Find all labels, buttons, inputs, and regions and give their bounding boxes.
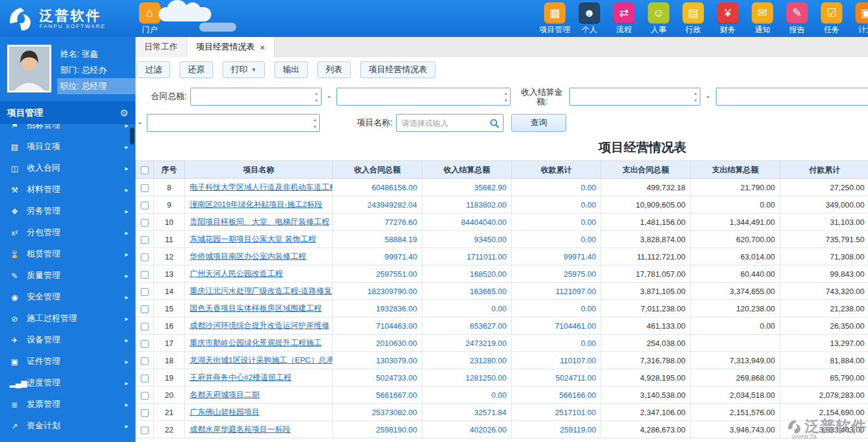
cloud-decoration (159, 7, 211, 21)
stepper-up-icon[interactable]: ▲ (503, 91, 508, 97)
stepper-up-icon[interactable]: ▲ (693, 91, 697, 97)
project-name-cell: 贵阳项目样板间、大堂、电梯厅装修工程 (185, 214, 333, 231)
project-name-link[interactable]: 重庆市鹅岭公园绿化景观提升工程施工 (190, 338, 322, 347)
nav-project-management[interactable]: ▦项目管理 (538, 2, 572, 35)
contract-total-max-input[interactable] (337, 88, 510, 105)
number-stepper[interactable]: ▲▼ (693, 91, 697, 104)
income-value: 2598190.00 (333, 421, 422, 438)
project-name-link[interactable]: 成都沙河环境综合提升改造运河护岸维修 (190, 321, 329, 330)
row-checkbox[interactable] (141, 375, 149, 382)
project-name-link[interactable]: 电子科技大学区域人行道及非机动车道工程 (190, 183, 333, 191)
brand-subtitle: FANPU SOFTWARE (39, 23, 106, 29)
row-checkbox[interactable] (141, 271, 149, 279)
sidebar-item-safety[interactable]: ◉安全管理▸ (0, 286, 135, 308)
table-row: 20名都天府城项目二期5661667.000.00566166.003,140,… (136, 387, 868, 404)
nav-personal[interactable]: ☻个人 (572, 2, 607, 35)
sidebar-item-equipment[interactable]: ✈设备管理▸ (0, 329, 135, 351)
sidebar-item-construction-process[interactable]: ⊘施工过程管理▸ (0, 308, 135, 329)
project-name-link[interactable]: 广州天河人民公园改造工程 (190, 269, 283, 278)
project-name-link[interactable]: 贵阳项目样板间、大堂、电梯厅装修工程 (190, 217, 329, 226)
sidebar-scrollbar-thumb[interactable] (130, 128, 134, 144)
tab-daily-work[interactable]: 日常工作 (135, 37, 187, 57)
project-name-link[interactable]: 东城花园一期项目公寓大堂 装饰工程 (190, 234, 316, 243)
project-name-link[interactable]: 广东佛山碧桂园项目 (190, 407, 260, 416)
sidebar-item-invoice[interactable]: ≣发票管理▸ (0, 394, 135, 415)
income-settlement-min-input[interactable] (570, 88, 700, 105)
project-name-link[interactable]: 名都天府城项目二期 (190, 390, 260, 399)
row-checkbox[interactable] (141, 236, 149, 244)
project-name-link[interactable]: 龙湖天街城1区设计采购施工（EPC）总承 (190, 356, 333, 364)
nav-task[interactable]: ☑任务 (814, 2, 849, 35)
sidebar-item-lease[interactable]: ⌛租赁管理▸ (0, 243, 135, 265)
row-checkbox[interactable] (141, 202, 149, 209)
sidebar-item-subcontract[interactable]: x²分包管理▸ (0, 222, 135, 243)
sidebar-item-cost[interactable]: ▦成本管理▸ (0, 437, 135, 442)
project-name-link[interactable]: 潼南区2019年绿化补贴项目-施工2标段 (190, 200, 322, 209)
nav-finance[interactable]: ¥财务 (711, 2, 745, 35)
row-checkbox[interactable] (141, 184, 149, 192)
project-name-link[interactable]: 王府井商务中心#2楼遗留工程 (190, 373, 291, 382)
project-name-input[interactable] (397, 115, 503, 131)
close-icon[interactable]: × (260, 43, 265, 52)
restore-button[interactable]: 还原 (180, 61, 213, 78)
row-checkbox[interactable] (141, 357, 149, 365)
sidebar-item-income-contract[interactable]: ◫收入合同▸ (0, 157, 135, 179)
nav-plan[interactable]: ▣计划 (849, 2, 868, 35)
gear-icon[interactable]: ⚙ (120, 107, 128, 119)
sidebar-item-certificate[interactable]: ▣证件管理▸ (0, 351, 135, 372)
range-max-field: ▲▼ (147, 114, 320, 132)
sidebar-item-progress[interactable]: ▂▄▆进度管理▸ (0, 372, 135, 394)
row-select-cell (136, 352, 154, 369)
row-checkbox[interactable] (141, 288, 149, 296)
row-checkbox[interactable] (141, 254, 149, 261)
sidebar-item-labor[interactable]: ❖劳务管理▸ (0, 200, 135, 222)
sidebar-item-material[interactable]: ⚒材料管理▸ (0, 179, 135, 200)
stepper-down-icon[interactable]: ▼ (503, 98, 508, 104)
list-button[interactable]: 列表 (317, 61, 351, 78)
search-icon[interactable] (490, 119, 499, 128)
nav-workflow[interactable]: ⇄流程 (607, 2, 641, 35)
stepper-down-icon[interactable]: ▼ (314, 98, 319, 104)
range-max-input[interactable] (147, 115, 319, 131)
project-name-link[interactable]: 华侨城项目南区办公室内装修工程 (190, 252, 306, 261)
row-checkbox[interactable] (141, 323, 149, 330)
export-button[interactable]: 输出 (274, 61, 308, 78)
print-button[interactable]: 打印▼ (223, 61, 265, 78)
tab-project-report[interactable]: 项目经营情况表× (187, 37, 274, 57)
query-button[interactable]: 查询 (511, 114, 566, 132)
project-name-link[interactable]: 成都水岸华庭名苑项目一标段 (190, 425, 291, 434)
nav-notification[interactable]: ✉通知 (745, 2, 780, 35)
sidebar-item-bidding[interactable]: ⚑招标管理▸ (0, 124, 135, 136)
income-settlement-max-input[interactable] (716, 88, 868, 105)
nav-hr[interactable]: ☺人事 (641, 2, 676, 35)
nav-report[interactable]: ✎报告 (780, 2, 814, 35)
report-name-button[interactable]: 项目经营情况表 (360, 61, 435, 78)
stepper-down-icon[interactable]: ▼ (693, 98, 697, 104)
row-checkbox[interactable] (141, 305, 149, 313)
filter-button[interactable]: 过滤 (137, 61, 170, 78)
sidebar-item-fund-plan[interactable]: ↗资金计划▸ (0, 415, 135, 437)
stepper-up-icon[interactable]: ▲ (314, 91, 319, 97)
contract-total-min-input[interactable] (191, 88, 321, 105)
row-checkbox[interactable] (141, 426, 149, 434)
row-checkbox[interactable] (141, 219, 149, 227)
number-stepper[interactable]: ▲▼ (313, 117, 317, 130)
project-name-cell: 广东佛山碧桂园项目 (185, 404, 333, 421)
nav-administration[interactable]: ▤行政 (676, 2, 711, 35)
project-name-link[interactable]: 重庆江北污水处理厂级改造工程-道路修复 (190, 286, 332, 295)
nav-label: 项目管理 (538, 24, 572, 35)
sidebar-item-project-initiation[interactable]: ▤项目立项▸ (0, 136, 135, 157)
number-stepper[interactable]: ▲▼ (314, 91, 319, 104)
project-name-link[interactable]: 国色天香项目实体样板房区域围建工程 (190, 304, 322, 313)
stepper-up-icon[interactable]: ▲ (313, 117, 317, 123)
row-checkbox[interactable] (141, 409, 149, 417)
select-all-checkbox[interactable] (141, 166, 149, 174)
income-value: 0.00 (512, 214, 601, 231)
column-header: 支出结算总额 (691, 161, 780, 179)
sidebar-section-project-management[interactable]: 项目管理 ⚙ (0, 101, 135, 124)
number-stepper[interactable]: ▲▼ (503, 91, 508, 104)
stepper-down-icon[interactable]: ▼ (313, 124, 317, 130)
row-checkbox[interactable] (141, 392, 149, 400)
sidebar-item-quality[interactable]: ✎质量管理▸ (0, 265, 135, 286)
row-checkbox[interactable] (141, 340, 149, 348)
